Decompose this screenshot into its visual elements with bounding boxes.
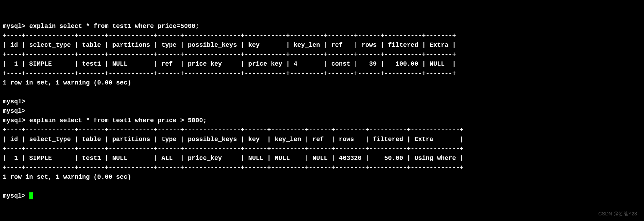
status-line: 1 row in set, 1 warning (0.00 sec): [3, 79, 131, 86]
sql-command: explain select * from test1 where price=…: [29, 23, 199, 30]
prompt-line[interactable]: mysql>: [3, 192, 33, 199]
prompt-line: mysql> explain select * from test1 where…: [3, 23, 199, 30]
mysql-prompt: mysql>: [3, 192, 26, 199]
mysql-prompt: mysql>: [3, 117, 26, 124]
prompt-line: mysql> explain select * from test1 where…: [3, 117, 207, 124]
table-row: | 1 | SIMPLE | test1 | NULL | ALL | pric…: [3, 155, 464, 162]
table-border: +----+-------------+-------+------------…: [3, 70, 456, 77]
table-border: +----+-------------+-------+------------…: [3, 126, 464, 133]
mysql-prompt: mysql>: [3, 23, 26, 30]
table-border: +----+-------------+-------+------------…: [3, 32, 456, 39]
table-header: | id | select_type | table | partitions …: [3, 136, 464, 143]
table-border: +----+-------------+-------+------------…: [3, 164, 464, 171]
watermark: CSDN @贺茗Y28: [598, 210, 637, 218]
table-border: +----+-------------+-------+------------…: [3, 145, 464, 152]
status-line: 1 row in set, 1 warning (0.00 sec): [3, 174, 131, 181]
table-border: +----+-------------+-------+------------…: [3, 51, 456, 58]
table-row: | 1 | SIMPLE | test1 | NULL | ref | pric…: [3, 60, 456, 67]
table-header: | id | select_type | table | partitions …: [3, 42, 456, 49]
mysql-prompt: mysql>: [3, 98, 26, 105]
cursor-icon: [29, 192, 33, 199]
sql-command: explain select * from test1 where price …: [29, 117, 207, 124]
mysql-prompt: mysql>: [3, 108, 26, 115]
